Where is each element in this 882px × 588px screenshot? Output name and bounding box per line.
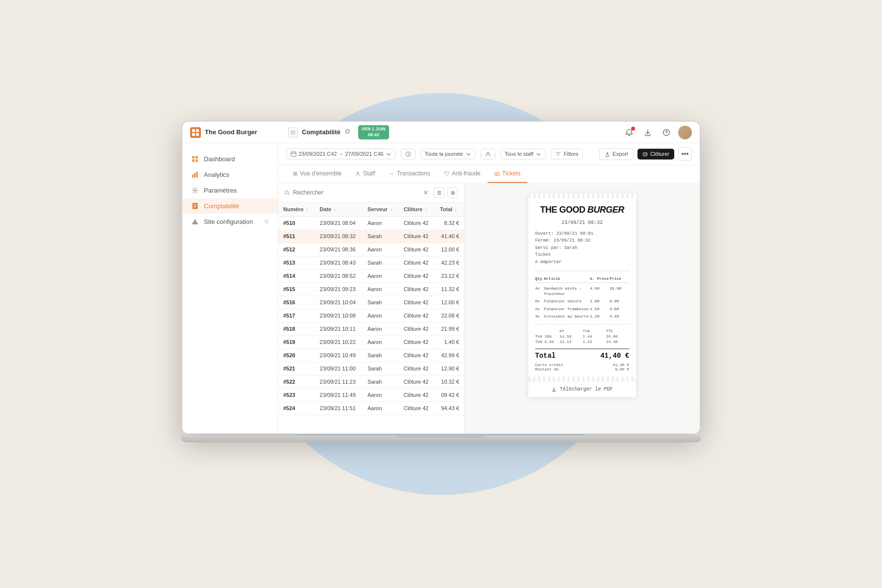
- filter-filtres[interactable]: Filtres: [551, 148, 583, 159]
- sidebar-item-parametres[interactable]: Paramètres: [182, 182, 278, 198]
- table-row[interactable]: #516 23/09/21 10:04 Sarah Clôture 42 12.…: [278, 296, 464, 309]
- main-content: Dashboard Analytics: [182, 143, 700, 433]
- filter-staff[interactable]: Tous le staff: [500, 148, 546, 159]
- date-range-text: 23/09/2021 C42 → 27/09/2021 C46: [298, 151, 384, 157]
- export-button[interactable]: Export: [599, 148, 634, 160]
- receipt-divider-2: [535, 324, 629, 324]
- ticket-serveur: Aaron: [363, 309, 399, 322]
- receipt-total-section: Total 41,40 €: [535, 348, 629, 360]
- filter-staff-icon[interactable]: [481, 148, 495, 159]
- ticket-serveur: Aaron: [363, 402, 399, 415]
- col-total[interactable]: Total ↕: [435, 202, 464, 217]
- svg-rect-3: [291, 133, 293, 135]
- ticket-total: 09.42 €: [435, 389, 464, 402]
- page-title: Comptabilité: [302, 128, 341, 136]
- tab-anti-fraude-label: Anti-fraude: [452, 170, 481, 177]
- filter-time-text: Toute la journée: [425, 151, 463, 157]
- ticket-cloture: Clôture 42: [399, 309, 435, 322]
- ticket-cloture: Clôture 42: [399, 322, 435, 336]
- svg-point-13: [194, 189, 196, 191]
- receipt-download-button[interactable]: Télécharger le PDF: [528, 381, 636, 397]
- analytics-icon: [191, 171, 199, 178]
- table-row[interactable]: #520 23/09/21 10:49 Sarah Clôture 42 42.…: [278, 349, 464, 362]
- table-row[interactable]: #511 23/09/21 08:32 Sarah Clôture 42 41.…: [278, 230, 464, 243]
- ticket-total: 22.08 €: [435, 309, 464, 322]
- ticket-number: #524: [278, 402, 315, 415]
- svg-rect-12: [196, 172, 198, 177]
- table-row[interactable]: #524 23/09/21 11:51 Aaron Clôture 42 94.…: [278, 402, 464, 415]
- notification-button[interactable]: [622, 125, 636, 139]
- more-options-button[interactable]: •••: [678, 147, 692, 161]
- table-header-row: Numéro ↕ Date ↕ Serveur ↕ Clôture ↕ Tota…: [278, 202, 464, 217]
- ticket-date: 23/09/21 10:08: [315, 309, 363, 322]
- ticket-cloture: Clôture 42: [399, 389, 435, 402]
- sidebar-item-comptabilite[interactable]: Comptabilité: [182, 198, 278, 214]
- col-serveur[interactable]: Serveur ↕: [363, 202, 399, 217]
- table-row[interactable]: #513 23/09/21 08:43 Sarah Clôture 42 42.…: [278, 256, 464, 270]
- help-icon-button[interactable]: [660, 125, 673, 139]
- table-row[interactable]: #510 23/09/21 08:04 Aaron Clôture 42 8.3…: [278, 217, 464, 230]
- table-row[interactable]: #514 23/09/21 08:52 Aaron Clôture 42 23.…: [278, 270, 464, 283]
- filter-calendar-icon-chip[interactable]: [401, 148, 416, 159]
- filter-time[interactable]: Toute la journée: [420, 148, 476, 159]
- ticket-total: 42.23 €: [435, 256, 464, 270]
- brand-icon: [190, 127, 201, 138]
- app-container: The Good Burger Comptabilité ⚙: [182, 122, 700, 433]
- table-row[interactable]: #519 23/09/21 10:22 Aaron Clôture 42 1.4…: [278, 336, 464, 349]
- table-row[interactable]: #517 23/09/21 10:08 Aaron Clôture 42 22.…: [278, 309, 464, 322]
- grid-view-button[interactable]: ⊞: [447, 187, 458, 198]
- avatar-button[interactable]: [678, 125, 692, 139]
- ticket-serveur: Sarah: [363, 375, 399, 389]
- col-date[interactable]: Date ↕: [315, 202, 363, 217]
- svg-rect-2: [294, 132, 295, 134]
- filter-bar: 23/09/2021 C42 → 27/09/2021 C46: [278, 143, 700, 165]
- col-numero[interactable]: Numéro ↕: [278, 202, 315, 217]
- brand-name: The Good Burger: [205, 128, 257, 136]
- receipt-datetime: 23/09/21 08:32: [535, 220, 629, 225]
- col-cloture[interactable]: Clôture ↕: [399, 202, 435, 217]
- list-view-button[interactable]: ☰: [434, 187, 444, 198]
- ticket-cloture: Clôture 42: [399, 349, 435, 362]
- site-config-badge: ⚙: [264, 219, 269, 225]
- table-row[interactable]: #521 23/09/21 11:00 Sarah Clôture 42 12.…: [278, 362, 464, 375]
- cloture-button[interactable]: Clôturer: [637, 148, 674, 159]
- receipt-card: THE GOOD BURGER 23/09/21 08:32 Ouvert: 2…: [528, 193, 636, 397]
- tab-tickets[interactable]: Tickets: [488, 165, 528, 183]
- filter-date-range[interactable]: 23/09/2021 C42 → 27/09/2021 C46: [286, 148, 396, 159]
- ticket-date: 23/09/21 08:04: [315, 217, 363, 230]
- table-row[interactable]: #515 23/09/21 09:23 Aaron Clôture 42 11.…: [278, 283, 464, 296]
- tab-staff[interactable]: Staff: [348, 165, 382, 183]
- table-row[interactable]: #522 23/09/21 11:23 Sarah Clôture 42 10.…: [278, 375, 464, 389]
- gear-icon[interactable]: ⚙: [344, 127, 354, 137]
- svg-rect-11: [194, 173, 196, 178]
- svg-rect-9: [196, 159, 198, 162]
- table-row[interactable]: #512 23/09/21 08:36 Aaron Clôture 42 12.…: [278, 243, 464, 256]
- tab-vue-ensemble-label: Vue d'ensemble: [300, 170, 342, 177]
- ticket-serveur: Sarah: [363, 349, 399, 362]
- sidebar-item-dashboard[interactable]: Dashboard: [182, 151, 278, 167]
- tab-tickets-label: Tickets: [502, 170, 521, 177]
- table-row[interactable]: #523 23/09/21 11:49 Aaron Clôture 42 09.…: [278, 389, 464, 402]
- svg-rect-1: [294, 130, 295, 132]
- sidebar-label-parametres: Paramètres: [204, 187, 237, 194]
- receipt-body: THE GOOD BURGER 23/09/21 08:32 Ouvert: 2…: [528, 198, 636, 376]
- ticket-serveur: Sarah: [363, 256, 399, 270]
- sidebar-item-analytics[interactable]: Analytics: [182, 167, 278, 182]
- table-row[interactable]: #518 23/09/21 10:11 Aaron Clôture 42 21.…: [278, 322, 464, 336]
- receipt-tax-row: TVA 10%14.591.4416.00: [535, 334, 629, 339]
- table-area: ✕ ☰ ⊞ Num: [278, 183, 700, 433]
- receipt-item: 4xCroissant au beurre1.204.40: [535, 313, 629, 320]
- search-input[interactable]: [293, 189, 420, 196]
- filter-staff-text: Tous le staff: [505, 151, 534, 157]
- brand-icon-grid: [192, 129, 199, 136]
- download-icon-button[interactable]: [641, 125, 655, 139]
- sidebar-item-site-config[interactable]: Site configuration ⚙: [182, 214, 278, 229]
- tab-anti-fraude[interactable]: 🛡 Anti-fraude: [437, 165, 488, 183]
- receipt-top-wave: [528, 193, 636, 198]
- ticket-serveur: Sarah: [363, 230, 399, 243]
- ticket-cloture: Clôture 42: [399, 362, 435, 375]
- tab-vue-ensemble[interactable]: ⊞ Vue d'ensemble: [286, 165, 348, 183]
- tab-transactions[interactable]: ↔ Transactions: [382, 165, 437, 183]
- dashboard-icon: [191, 155, 199, 163]
- search-clear-button[interactable]: ✕: [423, 189, 429, 196]
